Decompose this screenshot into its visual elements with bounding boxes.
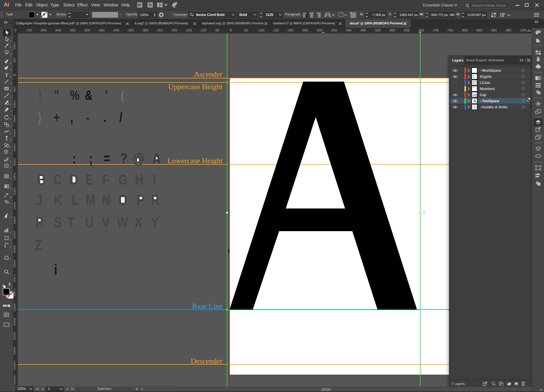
svg-text:T: T [5, 72, 8, 78]
svg-text:A: A [473, 99, 476, 103]
